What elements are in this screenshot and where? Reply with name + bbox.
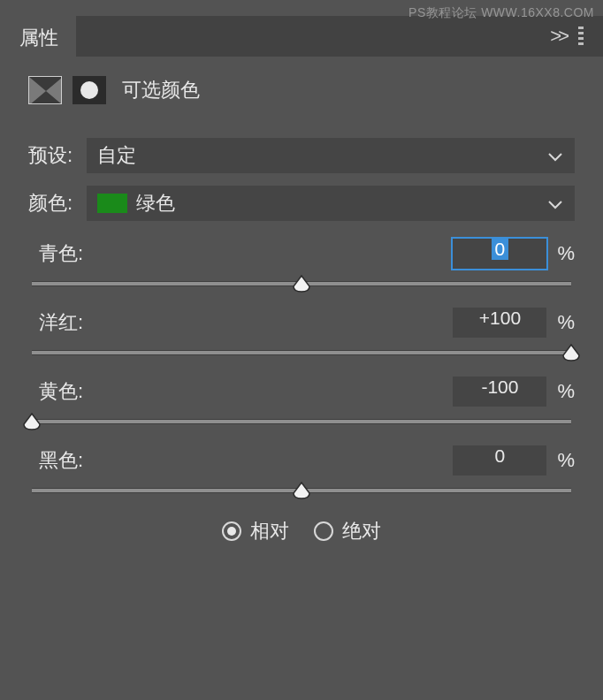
radio-circle-icon	[222, 521, 241, 541]
slider-black: 黑色: 0 %	[28, 445, 575, 493]
magenta-value-input[interactable]: +100	[453, 308, 546, 338]
colors-row: 颜色: 绿色	[28, 186, 575, 221]
slider-cyan: 青色: 0 %	[28, 239, 575, 286]
magenta-slider-track[interactable]	[32, 350, 571, 355]
percent-label: %	[557, 380, 575, 403]
preset-label: 预设:	[28, 142, 87, 169]
percent-label: %	[557, 449, 575, 472]
svg-rect-0	[578, 27, 584, 29]
panel-menu-icon[interactable]	[578, 27, 584, 46]
panel-content: 预设: 自定 颜色: 绿色 青色: 0 %	[0, 120, 603, 544]
yellow-slider-track[interactable]	[32, 419, 571, 424]
layer-mask-icon[interactable]	[73, 76, 106, 104]
yellow-label: 黄色:	[28, 378, 83, 405]
colors-dropdown[interactable]: 绿色	[87, 186, 575, 221]
collapse-icon[interactable]: >>	[550, 25, 566, 48]
black-value-input[interactable]: 0	[453, 445, 546, 476]
colors-value: 绿色	[136, 190, 175, 217]
radio-absolute-label: 绝对	[342, 518, 381, 544]
cyan-slider-track[interactable]	[32, 281, 571, 286]
yellow-slider-thumb[interactable]	[22, 412, 42, 431]
color-swatch	[97, 194, 127, 213]
radio-relative-label: 相对	[250, 518, 289, 544]
preset-row: 预设: 自定	[28, 138, 575, 173]
preset-dropdown[interactable]: 自定	[87, 138, 575, 173]
magenta-label: 洋红:	[28, 309, 83, 336]
colors-label: 颜色:	[28, 190, 87, 217]
preset-value: 自定	[97, 142, 136, 169]
slider-yellow: 黄色: -100 %	[28, 377, 575, 424]
watermark-text: PS教程论坛 WWW.16XX8.COM	[408, 5, 594, 21]
black-label: 黑色:	[28, 447, 83, 474]
tab-properties[interactable]: 属性	[0, 16, 76, 57]
radio-relative[interactable]: 相对	[222, 518, 289, 544]
slider-magenta: 洋红: +100 %	[28, 308, 575, 355]
selective-color-icon[interactable]	[28, 76, 62, 104]
chevron-down-icon	[548, 144, 562, 167]
chevron-down-icon	[548, 192, 562, 215]
radio-dot	[227, 527, 236, 536]
adjustment-title: 可选颜色	[122, 77, 200, 103]
cyan-label: 青色:	[28, 240, 83, 267]
percent-label: %	[557, 311, 575, 334]
svg-rect-3	[578, 42, 584, 45]
radio-absolute[interactable]: 绝对	[314, 518, 381, 544]
svg-rect-2	[578, 37, 584, 40]
magenta-slider-thumb[interactable]	[561, 343, 581, 362]
adjustment-header: 可选颜色	[0, 57, 603, 120]
radio-circle-icon	[314, 521, 333, 541]
cyan-slider-thumb[interactable]	[292, 274, 311, 293]
black-slider-thumb[interactable]	[292, 481, 311, 500]
cyan-value-input[interactable]: 0	[453, 239, 546, 269]
svg-rect-1	[578, 32, 584, 34]
black-slider-track[interactable]	[32, 488, 571, 493]
method-row: 相对 绝对	[28, 518, 575, 544]
yellow-value-input[interactable]: -100	[453, 377, 546, 407]
percent-label: %	[557, 242, 575, 265]
tab-bar-spacer: >>	[76, 16, 603, 57]
